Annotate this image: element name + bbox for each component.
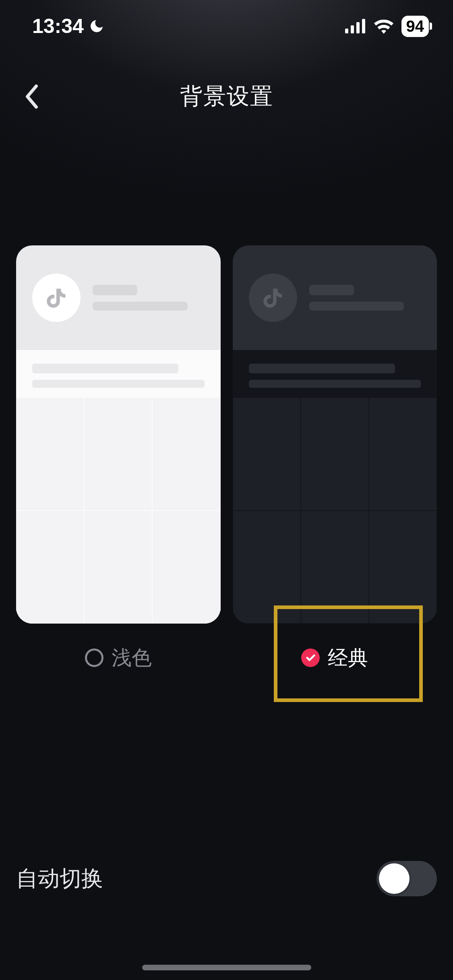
theme-preview-dark	[233, 245, 437, 624]
theme-dark-label: 经典	[328, 644, 368, 671]
wifi-icon	[373, 19, 394, 34]
svg-rect-1	[351, 25, 354, 33]
preview-header	[16, 245, 221, 350]
douyin-logo-icon	[32, 274, 81, 322]
checkmark-icon	[305, 652, 316, 663]
cellular-signal-icon	[345, 19, 366, 33]
dnd-moon-icon	[89, 18, 105, 34]
radio-checked-icon	[301, 649, 320, 667]
auto-switch-row: 自动切换	[16, 861, 437, 896]
nav-bar: 背景设置	[0, 72, 453, 121]
page-title: 背景设置	[180, 81, 273, 112]
preview-body	[16, 350, 221, 624]
auto-switch-toggle[interactable]	[376, 861, 437, 896]
auto-switch-label: 自动切换	[16, 864, 103, 894]
preview-title-lines	[309, 285, 421, 311]
status-time: 13:34	[32, 14, 84, 38]
preview-title-lines	[93, 285, 205, 311]
theme-dark-selector[interactable]: 经典	[301, 640, 368, 676]
theme-options: 浅色	[16, 245, 437, 676]
svg-rect-2	[356, 22, 360, 33]
status-left: 13:34	[32, 14, 105, 38]
theme-option-dark[interactable]: 经典	[233, 245, 437, 676]
theme-preview-light	[16, 245, 221, 624]
preview-header	[233, 245, 437, 350]
theme-option-light[interactable]: 浅色	[16, 245, 221, 676]
radio-unchecked-icon	[85, 649, 103, 667]
battery-level: 94	[406, 17, 424, 35]
preview-body	[233, 350, 437, 624]
douyin-logo-icon	[249, 274, 297, 322]
status-right: 94	[345, 16, 429, 37]
chevron-left-icon	[24, 84, 40, 109]
toggle-knob	[379, 863, 410, 894]
status-bar: 13:34 94	[0, 0, 453, 52]
svg-rect-3	[362, 19, 365, 33]
theme-light-selector[interactable]: 浅色	[85, 640, 152, 676]
back-button[interactable]	[20, 84, 44, 109]
battery-indicator: 94	[401, 16, 429, 37]
svg-rect-0	[345, 29, 348, 33]
theme-light-label: 浅色	[112, 644, 152, 671]
home-indicator	[142, 965, 311, 970]
